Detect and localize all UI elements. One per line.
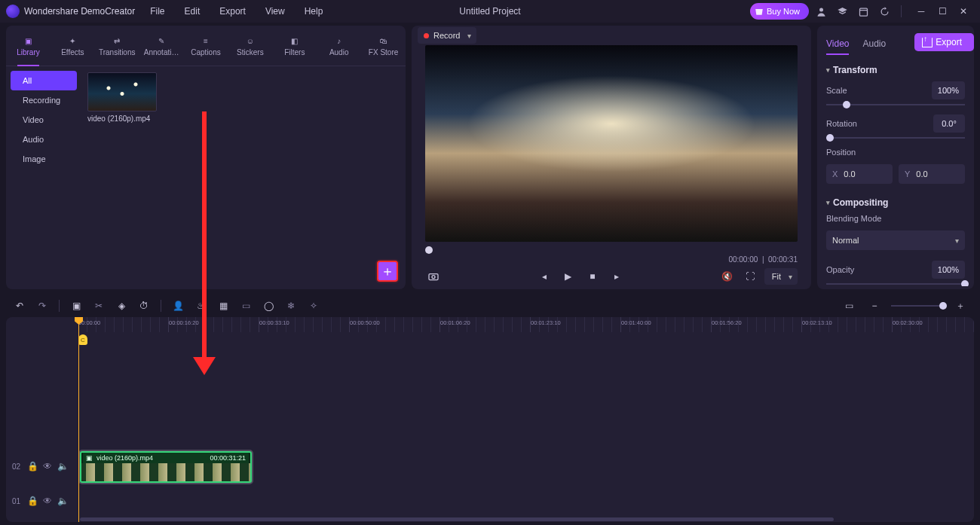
inspector-panel: Video Audio Transform Scale 100% Rotatio… xyxy=(817,26,974,289)
svg-rect-1 xyxy=(859,8,867,16)
app-name: Wondershare DemoCreator xyxy=(24,6,135,17)
timeline-marker[interactable]: C xyxy=(78,334,87,345)
tab-transitions[interactable]: ⇄Transitions xyxy=(95,26,139,66)
stop-button[interactable]: ■ xyxy=(584,268,601,285)
tab-fx-store[interactable]: 🛍FX Store xyxy=(361,26,406,66)
tab-filters[interactable]: ◧Filters xyxy=(272,26,317,66)
lock-icon[interactable]: 🔒 xyxy=(27,496,38,506)
academy-icon[interactable] xyxy=(833,2,851,20)
pan-zoom-button[interactable]: ◯ xyxy=(259,297,277,315)
position-label: Position xyxy=(826,148,871,157)
record-button[interactable]: Record xyxy=(418,27,476,44)
mosaic-button[interactable]: ▦ xyxy=(214,297,232,315)
marker-button[interactable]: ◈ xyxy=(112,297,130,315)
play-button[interactable]: ▶ xyxy=(560,268,577,285)
opacity-value[interactable]: 100% xyxy=(932,261,965,279)
denoise-button[interactable]: ♨ xyxy=(191,297,210,315)
blending-mode-select[interactable]: Normal xyxy=(826,230,965,250)
position-y-input[interactable]: Y0.0 xyxy=(899,164,965,184)
opacity-slider[interactable] xyxy=(826,283,965,285)
category-all[interactable]: All xyxy=(11,71,77,90)
clip-thumbnails xyxy=(81,463,250,481)
redo-button: ↷ xyxy=(33,297,51,315)
position-x-input[interactable]: X0.0 xyxy=(826,164,893,184)
section-compositing[interactable]: Compositing xyxy=(826,197,965,208)
close-button[interactable]: ✕ xyxy=(953,1,974,22)
speed-button[interactable]: ⏱ xyxy=(135,297,153,315)
library-grid: video (2160p).mp4 ＋ xyxy=(81,66,406,289)
scale-slider[interactable] xyxy=(826,104,965,105)
timeline-clip[interactable]: ▣video (2160p).mp4 00:00:31:21 xyxy=(80,451,252,483)
mute-icon[interactable]: 🔈 xyxy=(57,496,68,506)
slider-knob-icon[interactable] xyxy=(826,134,834,142)
category-image[interactable]: Image xyxy=(11,149,77,169)
prev-frame-button[interactable]: ◂ xyxy=(536,268,553,285)
tab-effects[interactable]: ✦Effects xyxy=(51,26,95,66)
fullscreen-button[interactable]: ⛶ xyxy=(742,268,758,285)
track-number: 02 xyxy=(12,462,23,471)
scale-value[interactable]: 100% xyxy=(932,81,965,99)
zoom-in-button[interactable]: ＋ xyxy=(951,297,969,315)
volume-button[interactable]: 🔇 xyxy=(719,268,736,285)
mute-icon[interactable]: 🔈 xyxy=(57,461,68,472)
clip-filename: video (2160p).mp4 xyxy=(96,454,153,462)
scale-label: Scale xyxy=(826,86,871,95)
menu-export[interactable]: Export xyxy=(219,6,246,17)
updates-icon[interactable] xyxy=(875,2,893,20)
visibility-icon[interactable]: 👁 xyxy=(42,496,53,506)
group-button[interactable]: 👤 xyxy=(169,297,187,315)
preview-slider[interactable] xyxy=(425,245,798,255)
export-button[interactable]: Export xyxy=(914,33,974,51)
menu-file[interactable]: File xyxy=(150,6,164,17)
undo-button[interactable]: ↶ xyxy=(11,297,29,315)
visibility-icon[interactable]: 👁 xyxy=(42,461,53,472)
top-panel-row: ▣Library ✦Effects ⇄Transitions ✎Annotati… xyxy=(6,26,974,289)
media-item[interactable]: video (2160p).mp4 xyxy=(87,72,157,123)
slider-knob-icon[interactable] xyxy=(961,280,969,286)
menu-edit[interactable]: Edit xyxy=(185,6,201,17)
rotation-value[interactable]: 0.0° xyxy=(933,114,965,133)
lock-icon[interactable]: 🔒 xyxy=(27,461,38,472)
category-audio[interactable]: Audio xyxy=(11,130,77,149)
tab-library[interactable]: ▣Library xyxy=(6,26,51,66)
crop-button[interactable]: ▣ xyxy=(67,297,85,315)
tab-annotations[interactable]: ✎Annotati… xyxy=(139,26,184,66)
rotation-slider[interactable] xyxy=(826,137,965,139)
tab-stickers[interactable]: ☺Stickers xyxy=(228,26,272,66)
menu-view[interactable]: View xyxy=(265,6,285,17)
slider-knob-icon[interactable] xyxy=(939,302,947,310)
inspector-tab-audio[interactable]: Audio xyxy=(862,38,886,55)
zoom-out-button[interactable]: − xyxy=(865,297,884,315)
buy-now-label: Buy Now xyxy=(767,7,800,16)
category-recording[interactable]: Recording xyxy=(11,90,77,110)
clip-type-icon: ▣ xyxy=(86,454,93,462)
preview-video[interactable] xyxy=(425,45,798,242)
effects-icon: ✦ xyxy=(66,35,78,47)
account-icon[interactable] xyxy=(812,2,830,20)
captions-icon: ≡ xyxy=(200,35,212,47)
svg-rect-2 xyxy=(429,274,438,280)
zoom-fit-select[interactable]: Fit xyxy=(764,268,798,285)
filters-icon: ◧ xyxy=(289,35,301,47)
next-frame-button[interactable]: ▸ xyxy=(608,268,625,285)
auto-fit-button[interactable]: ▭ xyxy=(840,297,858,315)
tasks-icon[interactable] xyxy=(854,2,872,20)
category-video[interactable]: Video xyxy=(11,110,77,130)
timeline-scrollbar[interactable] xyxy=(78,517,974,522)
snapshot-button[interactable] xyxy=(425,268,442,285)
add-media-button[interactable]: ＋ xyxy=(377,261,398,282)
minimize-button[interactable]: ─ xyxy=(911,1,932,22)
playhead[interactable] xyxy=(78,317,79,522)
slider-knob-icon[interactable] xyxy=(843,101,850,108)
slider-knob-icon[interactable] xyxy=(425,246,433,254)
tab-audio[interactable]: ♪Audio xyxy=(317,26,361,66)
section-transform[interactable]: Transform xyxy=(826,65,965,75)
inspector-tab-video[interactable]: Video xyxy=(826,38,849,55)
tab-captions[interactable]: ≡Captions xyxy=(184,26,228,66)
menu-help[interactable]: Help xyxy=(305,6,323,17)
maximize-button[interactable]: ☐ xyxy=(932,1,953,22)
scrollbar-thumb[interactable] xyxy=(80,517,834,521)
zoom-slider[interactable] xyxy=(891,305,944,307)
timeline-ruler[interactable]: 00:00:0000:00:16:2000:00:33:1000:00:50:0… xyxy=(78,317,974,332)
buy-now-button[interactable]: Buy Now xyxy=(750,3,809,20)
